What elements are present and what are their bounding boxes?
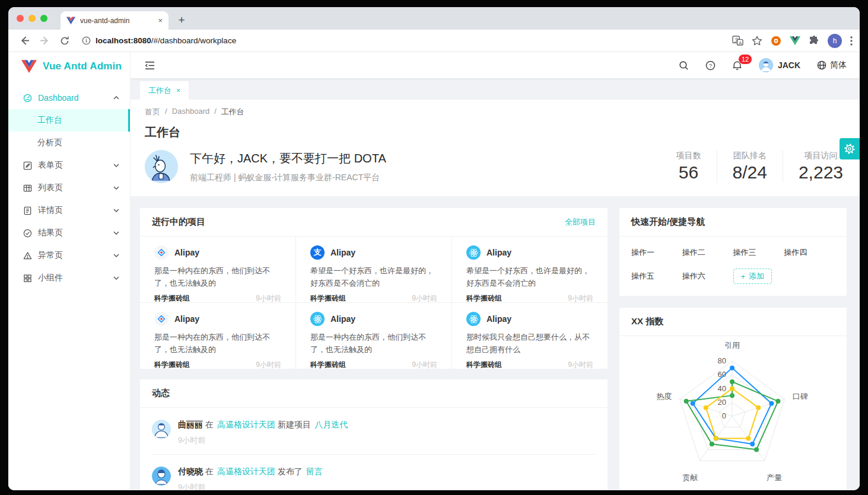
quicknav-link[interactable]: 操作三 [733,247,784,258]
project-group-link[interactable]: 科学搬砖组 [154,293,190,304]
activity-avatar [152,420,171,439]
activities-card-title: 动态 [152,388,170,399]
project-group-link[interactable]: 科学搬砖组 [154,360,190,370]
breadcrumb-dashboard[interactable]: Dashboard [172,107,210,117]
quicknav-link[interactable]: 操作六 [682,271,733,282]
close-window-button[interactable] [17,15,24,22]
legend-item-b[interactable]: b [726,490,740,490]
reload-icon[interactable] [57,33,72,49]
url-path: /#/dashboard/workplace [151,36,236,45]
vue-devtools-icon[interactable] [790,36,800,46]
maximize-window-button[interactable] [40,15,47,22]
sidebar-item-details[interactable]: 详情页 [8,199,130,222]
chevron-up-icon [113,96,119,100]
help-icon[interactable]: ? [705,60,716,71]
globe-icon [817,60,826,70]
breadcrumb-home[interactable]: 首页 [145,107,160,117]
greeting-text: 下午好，JACK，要不要打一把 DOTA [190,151,386,167]
settings-drawer-button[interactable] [840,138,860,159]
sidebar-item-forms[interactable]: 表单页 [8,154,130,177]
sidebar-item-widgets[interactable]: 小组件 [8,267,130,289]
chevron-down-icon [113,164,119,167]
language-switcher[interactable]: 简体 [817,60,847,71]
extensions-puzzle-icon[interactable] [809,36,819,46]
tab-title: vue-antd-admin [80,17,153,25]
legend-item-a[interactable]: a [697,490,711,490]
translate-icon[interactable]: 文A [732,36,743,46]
quicknav-link[interactable]: 操作一 [631,247,682,258]
activity-target-link[interactable]: 留言 [306,467,323,476]
minimize-window-button[interactable] [28,15,36,22]
svg-text:口碑: 口碑 [793,392,808,401]
activity-user[interactable]: 付晓晓 [178,467,203,476]
chevron-down-icon [113,209,119,212]
sidebar-item-results[interactable]: 结果页 [8,222,130,244]
project-group-link[interactable]: 科学搬砖组 [310,360,346,370]
sidebar-item-dashboard[interactable]: Dashboard [8,87,130,109]
app-logo[interactable]: Vue Antd Admin [8,52,130,81]
url-box[interactable]: localhost:8080/#/dashboard/workplace [82,36,726,45]
extension-orange-icon[interactable] [771,36,781,46]
vue-logo-icon [21,60,37,74]
stat-projects: 项目数 56 [661,151,717,183]
app-logo-text: Vue Antd Admin [43,60,122,72]
back-icon[interactable] [17,33,32,49]
user-menu[interactable]: JACK [759,58,800,72]
activity-target-link[interactable]: 八月迭代 [314,420,348,429]
svg-text:A: A [739,40,742,46]
project-card[interactable]: Alipay 那是一种内在的东西，他们到达不了，也无法触及的 科学搬砖组9小时前 [140,237,295,302]
menu-fold-icon[interactable] [145,61,155,70]
quicknav-link[interactable]: 操作五 [631,271,682,282]
quicknav-link[interactable]: 操作二 [682,247,733,258]
dashboard-icon [23,93,32,103]
project-card[interactable]: Alipay 那时候我只会想自己想要什么，从不想自己拥有什么 科学搬砖组9小时前 [452,303,608,369]
form-icon [23,161,32,170]
svg-text:0: 0 [722,411,726,420]
sidebar-item-exceptions[interactable]: 异常页 [8,244,130,267]
bookmark-star-icon[interactable] [752,36,762,46]
chevron-down-icon [113,231,119,235]
project-card[interactable]: Alipay 那是一种内在的东西，他们到达不了，也无法触及的 科学搬砖组9小时前 [296,303,452,369]
activity-time: 9小时前 [178,482,325,490]
add-shortcut-button[interactable]: + 添加 [733,269,772,284]
browser-window: vue-antd-admin × + localhost:8080/#/dash… [8,7,860,490]
browser-profile-avatar[interactable]: h [828,34,842,48]
tab-close-icon[interactable]: × [176,87,180,95]
browser-tab[interactable]: vue-antd-admin × [61,11,168,30]
all-projects-link[interactable]: 全部项目 [565,217,596,228]
index-chart-card: XX 指数 020406080引用口碑产量贡献热度 a b c [619,308,847,490]
notification-bell-icon[interactable]: 12 [732,60,742,71]
project-group-link[interactable]: 科学搬砖组 [310,293,346,304]
activity-group-link[interactable]: 高逼格设计天团 [217,467,275,476]
browser-menu-kebab-icon[interactable] [850,36,853,46]
radar-chart: 020406080引用口碑产量贡献热度 a b c [619,336,847,490]
project-card[interactable]: Alipay 希望是一个好东西，也许是最好的，好东西是不会消亡的 科学搬砖组9小… [452,237,608,302]
sidebar-item-lists[interactable]: 列表页 [8,177,130,199]
sidebar-item-analysis[interactable]: 分析页 [8,132,130,154]
info-icon [82,36,91,45]
new-tab-button[interactable]: + [173,12,190,28]
legend-item-c[interactable]: c [756,490,770,490]
project-group-link[interactable]: 科学搬砖组 [466,293,502,304]
react-icon [310,312,325,326]
activity-user[interactable]: 曲丽丽 [178,420,203,429]
project-card[interactable]: 支 Alipay 希望是一个好东西，也许是最好的，好东西是不会消亡的 科学搬砖组… [296,237,452,302]
project-card[interactable]: Alipay 那是一种内在的东西，他们到达不了，也无法触及的 科学搬砖组9小时前 [140,303,295,369]
breadcrumb-current: 工作台 [221,107,244,117]
sidebar-menu: Dashboard 工作台 分析页 表单页 列表页 [8,81,130,289]
address-bar: localhost:8080/#/dashboard/workplace 文A … [8,30,860,52]
user-avatar [759,58,773,72]
activity-group-link[interactable]: 高逼格设计天团 [217,420,275,429]
quicknav-link[interactable]: 操作四 [784,247,835,258]
check-circle-icon [23,228,32,238]
react-icon [466,245,481,260]
chevron-down-icon [113,276,119,280]
svg-text:20: 20 [718,398,726,407]
tab-close-icon[interactable]: × [158,16,163,25]
project-group-link[interactable]: 科学搬砖组 [466,360,502,370]
projects-grid: Alipay 那是一种内在的东西，他们到达不了，也无法触及的 科学搬砖组9小时前… [140,237,608,369]
search-icon[interactable] [679,60,689,71]
tab-workplace[interactable]: 工作台 × [140,81,189,100]
forward-icon[interactable] [37,33,52,49]
sidebar-item-workplace[interactable]: 工作台 [8,109,130,132]
